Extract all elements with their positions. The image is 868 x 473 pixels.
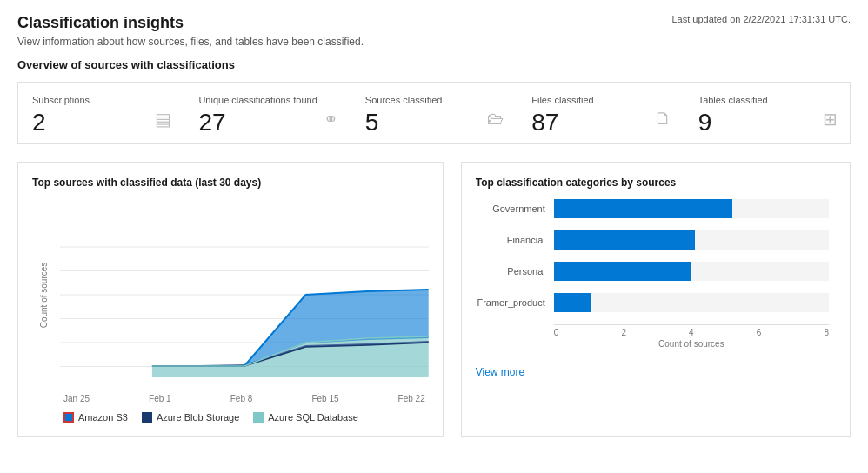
bar-track-2: [554, 262, 829, 281]
stat-value-2: 5: [365, 110, 379, 135]
bar-row-0: Government: [554, 199, 829, 218]
bar-fill-2: [554, 262, 691, 281]
x-label-feb1: Feb 1: [149, 394, 171, 403]
line-chart-svg-container: 8 6 4 2 0: [60, 199, 429, 390]
stat-label-2: Sources classified: [365, 95, 503, 105]
bar-label-0: Government: [476, 203, 554, 214]
stat-card-4: Tables classified 9 ⊞: [684, 83, 850, 143]
bar-track-3: [554, 293, 829, 312]
x-label-jan25: Jan 25: [63, 394, 90, 403]
stat-icon-0: ▤: [155, 109, 171, 130]
bar-chart-body: Government Financial Personal Framer_pro…: [476, 199, 836, 312]
bar-label-3: Framer_product: [476, 297, 554, 308]
bar-row-1: Financial: [554, 230, 829, 250]
legend-label-sql: Azure SQL Database: [268, 412, 358, 423]
stat-value-0: 2: [32, 110, 46, 135]
stat-icon-2: 🗁: [487, 109, 504, 129]
stat-card-0: Subscriptions 2 ▤: [18, 83, 184, 143]
stat-label-4: Tables classified: [698, 95, 836, 105]
bar-fill-3: [554, 293, 591, 312]
chart-legend: Amazon S3 Azure Blob Storage Azure SQL D…: [32, 412, 429, 423]
legend-label-amazon: Amazon S3: [78, 412, 128, 423]
bar-chart-x-axis: 0 2 4 6 8 Count of sources: [476, 324, 836, 349]
overview-title: Overview of sources with classifications: [17, 58, 851, 71]
bar-chart-title: Top classification categories by sources: [476, 177, 836, 189]
view-more-container: View more: [476, 359, 836, 378]
x-tick-0: 0: [554, 328, 559, 337]
bar-label-2: Personal: [476, 266, 554, 276]
legend-blob: Azure Blob Storage: [142, 412, 239, 423]
bar-fill-0: [554, 199, 733, 218]
x-axis-labels: Jan 25 Feb 1 Feb 8 Feb 15 Feb 22: [32, 394, 429, 403]
x-tick-8: 8: [824, 328, 829, 337]
x-label-feb8: Feb 8: [230, 394, 253, 403]
x-label-feb22: Feb 22: [398, 394, 425, 403]
line-chart-panel: Top sources with classified data (last 3…: [17, 162, 444, 437]
legend-label-blob: Azure Blob Storage: [157, 412, 239, 423]
stat-icon-4: ⊞: [823, 109, 838, 130]
bar-track-1: [554, 230, 829, 250]
x-tick-4: 4: [689, 328, 694, 337]
line-chart-title: Top sources with classified data (last 3…: [32, 177, 429, 189]
view-more-link[interactable]: View more: [476, 366, 524, 378]
stat-card-2: Sources classified 5 🗁: [351, 83, 517, 143]
stat-card-3: Files classified 87 🗋: [517, 83, 683, 143]
stat-icon-3: 🗋: [654, 109, 671, 129]
line-chart-svg: 8 6 4 2 0: [60, 199, 429, 390]
stat-icon-1: ⚭: [324, 109, 338, 130]
legend-amazon: Amazon S3: [63, 412, 128, 423]
bar-row-3: Framer_product: [554, 293, 829, 312]
stat-value-1: 27: [198, 110, 225, 135]
legend-color-sql: [253, 412, 264, 423]
y-axis-label: Count of sources: [40, 262, 50, 328]
x-label-feb15: Feb 15: [311, 394, 338, 403]
stats-row: Subscriptions 2 ▤ Unique classifications…: [17, 82, 851, 144]
bar-chart-panel: Top classification categories by sources…: [461, 162, 851, 437]
legend-color-amazon: [63, 412, 74, 423]
stat-label-1: Unique classifications found: [198, 95, 336, 105]
stat-label-3: Files classified: [531, 95, 669, 105]
bar-x-tick-row: 0 2 4 6 8: [554, 324, 829, 337]
bar-fill-1: [554, 230, 695, 250]
stat-card-1: Unique classifications found 27 ⚭: [184, 83, 350, 143]
stat-value-4: 9: [698, 110, 712, 135]
charts-row: Top sources with classified data (last 3…: [17, 162, 851, 437]
bar-row-2: Personal: [554, 262, 829, 281]
last-updated: Last updated on 2/22/2021 17:31:31 UTC.: [672, 14, 851, 24]
legend-sql: Azure SQL Database: [253, 412, 358, 423]
bar-track-0: [554, 199, 829, 218]
bar-label-1: Financial: [476, 235, 554, 245]
page-title: Classification insights: [17, 14, 364, 32]
stat-value-3: 87: [531, 110, 558, 135]
x-tick-2: 2: [621, 328, 626, 337]
bar-x-axis-label: Count of sources: [554, 339, 829, 349]
legend-color-blob: [142, 412, 152, 423]
x-tick-6: 6: [757, 328, 762, 337]
stat-label-0: Subscriptions: [32, 95, 170, 105]
page-subtitle: View information about how sources, file…: [17, 36, 364, 48]
